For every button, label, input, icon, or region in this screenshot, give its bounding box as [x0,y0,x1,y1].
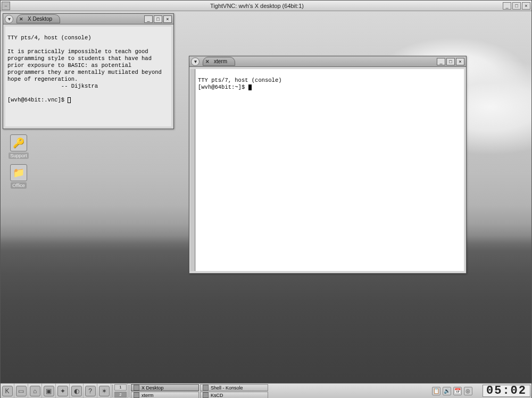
task-xterm[interactable]: xterm [131,392,199,398]
task-column-2: Shell - Konsole KsCD [200,384,269,398]
desktop-pager[interactable]: 1 2 [114,384,128,398]
pager-desktop-1[interactable]: 1 [114,384,127,391]
titlebar[interactable]: ▾ ✕ X Desktop _ □ × [3,14,173,24]
launcher-kmenu[interactable]: K [1,384,14,398]
launcher-konsole[interactable]: ▣ [42,384,56,398]
key-icon: 🔑 [10,134,27,151]
task-column-1: X Desktop xterm [130,384,200,398]
x-icon: ✕ [19,16,23,22]
desktop-icon: ▭ [16,386,27,396]
launcher-konqueror[interactable]: ✦ [56,384,70,398]
cd-icon [203,392,209,398]
remote-desktop[interactable]: 🔑 Support 📁 Office ▾ ✕ X Desktop _ □ × [1,11,531,398]
terminal-content[interactable]: TTY pts/4, host (console) It is practica… [5,27,171,126]
window-title: xterm [214,58,227,64]
cursor [68,97,71,103]
launcher-home[interactable]: ⌂ [28,384,42,398]
system-tray: 📋 🔊 📅 ◎ [424,384,480,398]
vnc-titlebar[interactable]: – TightVNC: wvh's X desktop (64bit:1) _ … [1,1,531,11]
close-button[interactable]: × [456,58,464,65]
terminal-content[interactable]: TTY pts/7, host (console) [wvh@64bit:~]$ [196,69,464,271]
launcher-gnu[interactable]: ✶ [97,384,111,398]
system-menu-icon[interactable]: – [2,2,10,10]
terminal-text: TTY pts/4, host (console) It is practica… [5,27,171,112]
vnc-outer-window: – TightVNC: wvh's X desktop (64bit:1) _ … [0,0,532,398]
task-xdesktop[interactable]: X Desktop [131,384,199,391]
task-kscd[interactable]: KsCD [200,392,268,398]
task-label: xterm [142,393,154,398]
separator [128,385,130,397]
scrollbar[interactable] [190,69,195,271]
konqueror-icon: ✦ [57,386,68,396]
maximize-button[interactable]: □ [446,58,455,65]
launcher-firefox[interactable]: ◐ [70,384,84,398]
task-label: X Desktop [142,385,164,391]
gnu-icon: ✶ [99,386,110,396]
separator [112,385,113,397]
window-xdesktop[interactable]: ▾ ✕ X Desktop _ □ × TTY pts/4, host (con… [3,13,174,129]
minimize-button[interactable]: _ [144,15,153,23]
vnc-title: TightVNC: wvh's X desktop (64bit:1) [11,3,503,9]
x-icon: ✕ [205,59,210,64]
window-title-tab[interactable]: ✕ X Desktop [16,14,60,23]
home-icon: ⌂ [30,386,40,396]
desktop-icon-office[interactable]: 📁 Office [4,164,34,189]
task-label: Shell - Konsole [211,385,243,391]
tray-volume[interactable]: 🔊 [443,387,451,395]
window-title-tab[interactable]: ✕ xterm [203,57,235,66]
task-label: KsCD [211,393,223,398]
icon-label: Support [9,153,29,159]
pager-desktop-2[interactable]: 2 [114,392,127,398]
taskbar[interactable]: K ▭ ⌂ ▣ ✦ ◐ ? ✶ 1 2 X Desktop xterm Shel… [1,383,531,398]
kmenu-icon: K [2,386,13,396]
close-button[interactable]: × [163,15,172,23]
titlebar[interactable]: ▾ ✕ xterm _ □ × [189,56,466,67]
minimize-button[interactable]: _ [437,58,445,65]
cursor [248,84,252,90]
maximize-button[interactable]: □ [154,15,162,23]
desktop-icon-support[interactable]: 🔑 Support [4,134,34,159]
launcher-help[interactable]: ? [84,384,97,398]
tray-klipper[interactable]: 📋 [432,387,440,395]
window-menu-button[interactable]: ▾ [191,57,200,66]
firefox-icon: ◐ [71,386,82,396]
window-xterm[interactable]: ▾ ✕ xterm _ □ × TTY pts/7, host (console… [189,56,467,274]
tray-suse[interactable]: ◎ [464,387,472,395]
launcher-desktop[interactable]: ▭ [14,384,28,398]
close-button[interactable]: × [522,2,530,10]
help-icon: ? [85,386,96,396]
window-title: X Desktop [28,16,52,22]
task-shell-konsole[interactable]: Shell - Konsole [200,384,268,391]
tray-korganizer[interactable]: 📅 [453,387,462,395]
folder-icon: 📁 [10,164,27,181]
x-icon [134,392,139,398]
terminal-text: TTY pts/7, host (console) [wvh@64bit:~]$ [196,69,464,99]
panel-clock[interactable]: 05:02 [483,385,530,397]
icon-label: Office [11,182,26,189]
konsole-icon: ▣ [44,386,54,396]
maximize-button[interactable]: □ [512,2,521,10]
minimize-button[interactable]: _ [503,2,511,10]
x-icon [134,385,139,391]
window-menu-button[interactable]: ▾ [5,15,13,23]
konsole-icon [203,385,209,391]
